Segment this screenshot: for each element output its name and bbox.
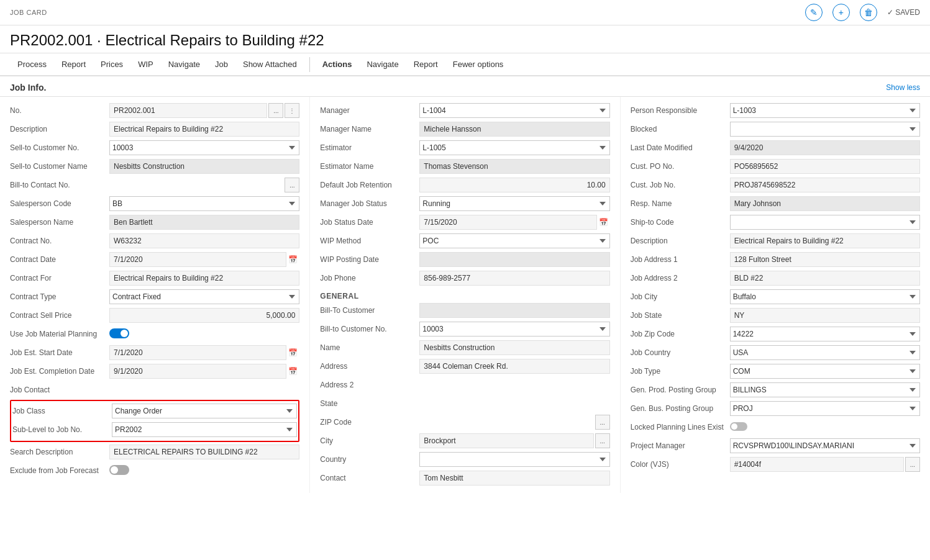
row-exclude-forecast: Exclude from Job Forecast <box>10 462 299 479</box>
address-field[interactable] <box>419 359 609 374</box>
job-status-date-field-group: 📅 <box>419 215 609 230</box>
job-status-date-label: Job Status Date <box>320 218 419 227</box>
desc-field[interactable] <box>109 122 299 137</box>
state-field[interactable] <box>419 396 609 411</box>
menu-navigate2[interactable]: Navigate <box>359 53 406 76</box>
menu-wip[interactable]: WIP <box>130 53 161 76</box>
menu-process[interactable]: Process <box>10 53 54 76</box>
manager-dropdown[interactable]: L-1004 <box>419 103 609 118</box>
job-est-completion-cal-icon[interactable]: 📅 <box>286 367 299 376</box>
job-city-label: Job City <box>631 292 730 301</box>
row-wip-posting-date: WIP Posting Date <box>320 251 609 268</box>
job-country-dropdown[interactable]: USA <box>730 345 920 360</box>
locked-planning-toggle[interactable] <box>730 422 747 431</box>
row-cust-po: Cust. PO No. <box>631 158 920 175</box>
bill-to-customer-field[interactable] <box>419 303 609 318</box>
job-class-dropdown[interactable]: Change Order <box>112 404 297 418</box>
no-field[interactable] <box>109 103 267 118</box>
bill-to-cust-no-dropdown[interactable]: 10003 <box>419 322 609 336</box>
project-manager-dropdown[interactable]: RCVSPRWD100\LINDSAY.MARIANI <box>730 438 920 453</box>
show-less-btn[interactable]: Show less <box>886 83 920 92</box>
salesperson-code-dropdown[interactable]: BB <box>109 196 299 211</box>
row-manager-job-status: Manager Job Status Running <box>320 195 609 212</box>
wip-method-dropdown[interactable]: POC <box>419 233 609 248</box>
default-retention-field-group <box>419 178 609 192</box>
menu-actions[interactable]: Actions <box>315 53 360 76</box>
search-desc-field[interactable] <box>109 445 299 459</box>
delete-icon-btn[interactable]: 🗑 <box>860 4 877 21</box>
contract-no-field[interactable] <box>109 233 299 248</box>
col3-desc-field[interactable] <box>730 233 920 248</box>
name-label: Name <box>320 343 419 352</box>
use-mat-planning-toggle[interactable] <box>109 328 129 338</box>
country-dropdown[interactable] <box>419 452 609 467</box>
zip-ellipsis-btn[interactable]: ... <box>595 415 610 430</box>
job-est-completion-field[interactable] <box>109 364 286 379</box>
color-vjs-label: Color (VJS) <box>631 460 730 469</box>
contract-date-label: Contract Date <box>10 255 109 264</box>
row-city: City ... <box>320 432 609 449</box>
cust-job-field[interactable] <box>730 178 920 192</box>
row-address: Address <box>320 358 609 375</box>
contract-date-field[interactable] <box>109 252 286 267</box>
gen-bus-dropdown[interactable]: PROJ <box>730 401 920 416</box>
cust-po-field[interactable] <box>730 159 920 174</box>
search-desc-field-group <box>109 445 299 459</box>
job-est-start-cal-icon[interactable]: 📅 <box>286 348 299 357</box>
name-field[interactable] <box>419 340 609 355</box>
job-type-dropdown[interactable]: COM <box>730 364 920 379</box>
city-ellipsis-btn[interactable]: ... <box>595 433 610 448</box>
job-address2-field[interactable] <box>730 271 920 286</box>
menu-prices[interactable]: Prices <box>93 53 130 76</box>
desc-label: Description <box>10 125 109 133</box>
contract-type-dropdown[interactable]: Contract Fixed <box>109 289 299 304</box>
menu-navigate[interactable]: Navigate <box>161 53 207 76</box>
menu-fewer-options[interactable]: Fewer options <box>445 53 511 76</box>
contract-date-cal-icon[interactable]: 📅 <box>286 255 299 264</box>
job-city-dropdown[interactable]: Buffalo <box>730 289 920 304</box>
menu-report2[interactable]: Report <box>406 53 445 76</box>
manager-job-status-dropdown[interactable]: Running <box>419 196 609 211</box>
sell-cust-name-field-group <box>109 159 299 174</box>
menu-show-attached[interactable]: Show Attached <box>235 53 304 76</box>
no-label: No. <box>10 106 109 115</box>
job-phone-field[interactable] <box>419 271 609 286</box>
job-est-start-field[interactable] <box>109 345 286 360</box>
sublevel-dropdown[interactable]: PR2002 <box>112 422 297 437</box>
contract-for-field[interactable] <box>109 271 299 286</box>
color-vjs-ellipsis-btn[interactable]: ... <box>905 457 920 472</box>
job-state-field[interactable] <box>730 308 920 323</box>
ship-to-code-dropdown[interactable] <box>730 215 920 230</box>
no-ellipsis-btn[interactable]: ... <box>268 103 283 118</box>
exclude-forecast-toggle[interactable] <box>109 465 129 475</box>
estimator-dropdown[interactable]: L-1005 <box>419 140 609 155</box>
blocked-field-group <box>730 122 920 137</box>
job-status-date-field[interactable] <box>419 215 596 230</box>
contact-field[interactable] <box>419 471 609 485</box>
edit-icon-btn[interactable]: ✎ <box>805 4 823 21</box>
bill-contact-ellipsis-btn[interactable]: ... <box>285 178 299 192</box>
job-address1-field[interactable] <box>730 252 920 267</box>
add-icon-btn[interactable]: + <box>832 4 850 21</box>
no-expand-btn[interactable]: ⋮ <box>285 103 299 118</box>
menu-report[interactable]: Report <box>54 53 93 76</box>
zip-field[interactable] <box>419 415 593 430</box>
contract-sell-price-field[interactable] <box>109 308 299 323</box>
menu-job[interactable]: Job <box>207 53 235 76</box>
city-field[interactable] <box>419 433 593 448</box>
job-contact-field-group <box>109 382 299 397</box>
person-resp-dropdown[interactable]: L-1003 <box>730 103 920 118</box>
job-contact-field[interactable] <box>109 382 299 397</box>
gen-prod-dropdown[interactable]: BILLINGS <box>730 382 920 397</box>
sell-cust-no-dropdown[interactable]: 10003 <box>109 140 299 155</box>
job-status-date-cal-icon[interactable]: 📅 <box>597 218 610 227</box>
bill-contact-field[interactable] <box>109 178 283 192</box>
address2-field[interactable] <box>419 377 609 392</box>
job-zip-dropdown[interactable]: 14222 <box>730 327 920 341</box>
row-contract-date: Contract Date 📅 <box>10 251 299 268</box>
blocked-dropdown[interactable] <box>730 122 920 137</box>
color-vjs-field[interactable] <box>730 457 904 472</box>
default-retention-field[interactable] <box>419 178 609 192</box>
wip-posting-date-field[interactable] <box>419 252 609 267</box>
top-bar: JOB CARD ✎ + 🗑 ✓ SAVED <box>0 0 930 25</box>
